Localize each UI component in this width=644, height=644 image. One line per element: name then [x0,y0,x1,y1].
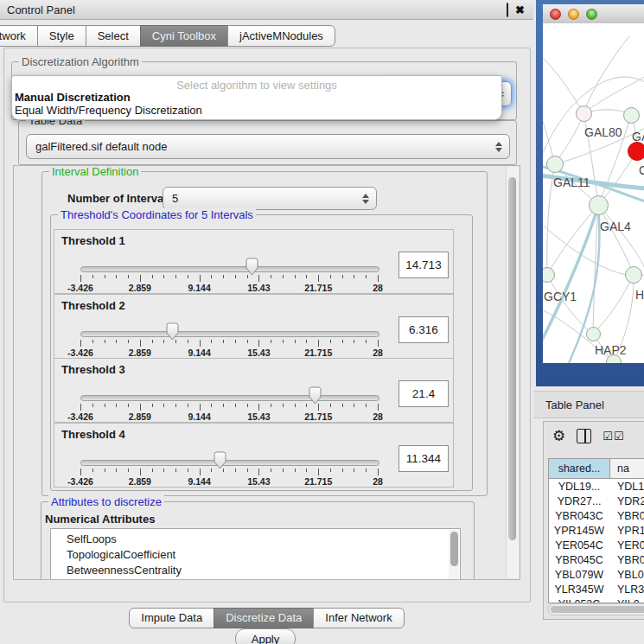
table-row[interactable]: YBL079WYBL0 [549,567,644,582]
panel-vertical-scrollbar[interactable] [506,167,519,578]
tick-label: 21.715 [292,476,344,487]
threshold-label: Threshold 2 [61,299,125,312]
mac-minimize-icon[interactable] [568,9,579,20]
table-row[interactable]: YDL19...YDL1 [549,479,644,494]
tick-label: 9.144 [174,476,226,487]
column-header-name[interactable]: na [610,459,644,478]
network-node[interactable] [586,327,601,341]
network-node[interactable] [576,105,592,122]
threshold-coordinates-group: Threshold's Coordinates for 5 Intervals … [50,214,473,491]
table-row[interactable]: YLR345WYLR3 [549,582,644,596]
mac-close-icon[interactable] [550,9,561,20]
tab-select[interactable]: Select [86,25,141,47]
node-label-gal80: GAL80 [584,125,622,139]
combobox-arrows-icon [494,142,503,152]
tick-label: 2.859 [114,348,166,358]
tab-impute-data[interactable]: Impute Data [129,608,214,628]
node-label-gal4: GAL4 [600,220,631,233]
tick-label: 28 [352,348,404,358]
table-panel-toolbar: ⚙ ☑☑ [552,429,625,443]
tab-discretize-data[interactable]: Discretize Data [214,608,314,628]
node-attribute-table[interactable]: shared... na YDL19...YDL1YDR27...YDR2YBR… [548,458,644,603]
gear-icon[interactable]: ⚙ [552,429,565,443]
attribute-item-selfloops[interactable]: SelfLoops [51,529,460,547]
checkbox-icons[interactable]: ☑☑ [603,430,624,442]
numerical-attributes-list[interactable]: SelfLoopsTopologicalCoefficientBetweenne… [50,528,461,580]
attribute-item-betweennesscentrality[interactable]: BetweennessCentrality [51,563,460,578]
tick-label: 15.43 [233,476,284,487]
node-label-gal11: GAL11 [553,175,590,189]
popup-item-equal-width-frequency-discretization[interactable]: Equal Width/Frequency Discretization [15,104,202,117]
bottom-tab-bar: Impute DataDiscretize DataInfer Network [0,608,533,628]
attribute-item-topologicalcoefficient[interactable]: TopologicalCoefficient [51,547,460,563]
tab-cyni-toolbox[interactable]: Cyni Toolbox [140,25,228,47]
network-window-frame: GAL80GACGAL11GAL4GCY1HHAP2 [536,0,644,386]
column-layout-icon[interactable] [577,429,591,443]
threshold-label: Threshold 4 [61,428,125,441]
number-of-intervals-label: Number of Intervals [67,192,173,205]
tab-style[interactable]: Style [37,25,86,47]
column-header-shared[interactable]: shared... [549,459,610,478]
scrollbar-thumb[interactable] [508,177,516,540]
tab-infer-network[interactable]: Infer Network [313,608,404,628]
tick-label: 2.859 [114,476,166,487]
node-label-h: H [635,288,644,302]
table-row[interactable]: YBR045CYBR0 [549,552,644,567]
slider-track[interactable] [80,266,379,272]
slider-thumb[interactable] [245,258,258,276]
interval-definition-title: Interval Definition [49,165,141,178]
node-label-gcy1: GCY1 [544,290,577,303]
node-label-ga: GA [632,130,644,143]
tab-jactivemnodules[interactable]: jActiveMNodules [227,25,335,47]
table-panel-header: Table Panel [533,391,644,418]
network-canvas[interactable]: GAL80GACGAL11GAL4GCY1HHAP2 [543,23,644,363]
mac-zoom-icon[interactable] [586,9,597,20]
tick-label: -3.426 [54,348,106,358]
number-of-intervals-combobox[interactable]: 5 [163,187,377,210]
threshold-slider-4[interactable]: -3.4262.8599.14415.4321.71528 [80,450,378,486]
algorithm-dropdown-popup: Select algorithm to view settings Manual… [11,75,502,120]
network-node[interactable] [625,266,642,284]
slider-thumb[interactable] [309,386,322,405]
apply-button[interactable]: Apply [235,628,296,644]
table-row[interactable]: YIL052CYIL0 [549,596,644,603]
table-header-row: shared... na [549,459,644,479]
slider-track[interactable] [80,395,379,401]
table-row[interactable]: YER054CYER0 [549,538,644,552]
float-button[interactable] [507,3,508,16]
tick-label: 28 [352,411,404,422]
table-row[interactable]: YPR145WYPR1 [549,523,644,538]
tick-label: 2.859 [114,411,166,422]
table-horizontal-scrollbar[interactable] [548,603,644,615]
threshold-value-field[interactable]: 21.4 [399,380,449,407]
network-node[interactable] [546,156,564,173]
popup-item-manual-discretization[interactable]: Manual Discretization [15,91,131,104]
scrollbar-thumb[interactable] [551,606,644,613]
attributes-list-scrollbar[interactable] [449,530,459,578]
slider-track[interactable] [80,331,379,337]
threshold-value-field[interactable]: 6.316 [399,316,449,343]
threshold-slider-3[interactable]: -3.4262.8599.14415.4321.71528 [80,385,378,421]
threshold-value-field[interactable]: 11.344 [399,445,449,472]
threshold-slider-1[interactable]: -3.4262.8599.14415.4321.71528 [80,256,378,292]
threshold-panel-4: Threshold 4-3.4262.8599.14415.4321.71528… [54,423,454,488]
network-node[interactable] [589,195,609,215]
threshold-label: Threshold 3 [61,363,125,376]
network-node[interactable] [623,107,640,124]
slider-thumb[interactable] [214,451,226,469]
close-button[interactable]: ✖ [515,4,525,16]
tick-label: 28 [352,283,404,293]
slider-thumb[interactable] [166,322,179,341]
tick-label: -3.426 [54,476,106,487]
tab-network[interactable]: Network [0,25,38,47]
table-row[interactable]: YDR27...YDR2 [549,494,644,508]
network-node[interactable] [628,142,644,161]
attributes-group-title: Attributes to discretize [48,495,164,508]
float-icon [507,3,508,17]
slider-track[interactable] [80,460,379,466]
table-data-combobox[interactable]: galFiltered.sif default node [26,134,510,159]
threshold-slider-2[interactable]: -3.4262.8599.14415.4321.71528 [80,321,378,357]
threshold-value-field[interactable]: 14.713 [399,252,449,278]
table-row[interactable]: YBR043CYBR0 [549,508,644,523]
table-data-group: Table Data galFiltered.sif default node [18,120,517,165]
